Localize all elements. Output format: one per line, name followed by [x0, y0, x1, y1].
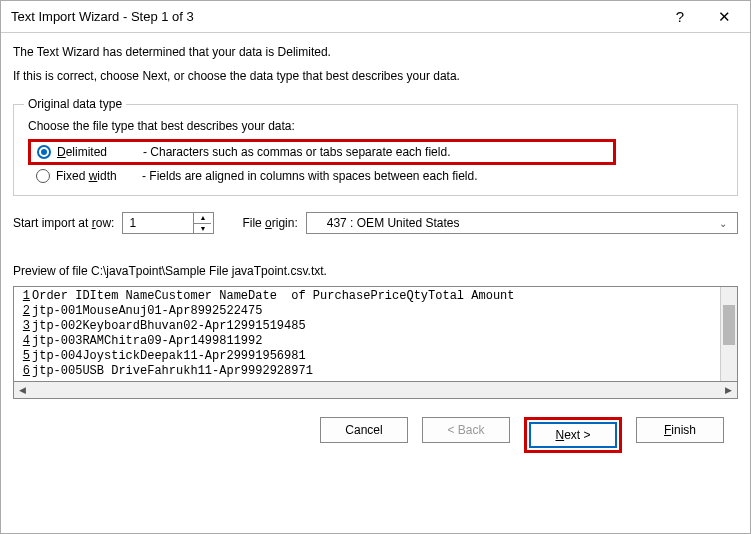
preview-vertical-scrollbar[interactable]	[720, 287, 737, 381]
fixed-width-desc: - Fields are aligned in columns with spa…	[142, 169, 478, 183]
preview-lines: 1Order IDItem NameCustomer NameDate of P…	[14, 287, 514, 381]
spinner-down-icon[interactable]: ▼	[194, 224, 211, 234]
start-row-input[interactable]	[123, 213, 193, 233]
back-button: < Back	[422, 417, 510, 443]
start-row-label: Start import at row:	[13, 216, 114, 230]
radio-delimited[interactable]	[37, 145, 51, 159]
delimited-desc: - Characters such as commas or tabs sepa…	[143, 145, 450, 159]
file-origin-combo[interactable]: 437 : OEM United States ⌄	[306, 212, 738, 234]
delimited-highlight: Delimited - Characters such as commas or…	[28, 139, 616, 165]
preview-label: Preview of file C:\javaTpoint\Sample Fil…	[13, 264, 738, 278]
preview-line: 2jtp-001MouseAnuj01-Apr8992522475	[16, 304, 514, 319]
cancel-button[interactable]: Cancel	[320, 417, 408, 443]
file-origin-label: File origin:	[242, 216, 297, 230]
delimited-label-rest: elimited	[66, 145, 107, 159]
intro-text-1: The Text Wizard has determined that your…	[13, 45, 738, 59]
spinner-up-icon[interactable]: ▲	[194, 213, 211, 224]
preview-box: 1Order IDItem NameCustomer NameDate of P…	[13, 286, 738, 382]
button-row: Cancel < Back Next > Finish	[13, 399, 738, 463]
choose-text: Choose the file type that best describes…	[28, 119, 727, 133]
preview-line: 5jtp-004JoystickDeepak11-Apr29991956981	[16, 349, 514, 364]
titlebar: Text Import Wizard - Step 1 of 3 ? ✕	[1, 1, 750, 33]
scroll-thumb[interactable]	[723, 305, 735, 345]
original-data-type-group: Original data type Choose the file type …	[13, 97, 738, 196]
content: The Text Wizard has determined that your…	[1, 33, 750, 463]
fixed-width-row: Fixed width - Fields are aligned in colu…	[36, 169, 727, 183]
params-row: Start import at row: ▲ ▼ File origin: 43…	[13, 212, 738, 234]
help-button[interactable]: ?	[658, 2, 702, 32]
radio-fixed-width[interactable]	[36, 169, 50, 183]
scroll-right-icon[interactable]: ▶	[720, 382, 737, 398]
chevron-down-icon: ⌄	[713, 218, 733, 229]
radio-fixed-width-label[interactable]: Fixed width	[56, 169, 138, 183]
finish-button[interactable]: Finish	[636, 417, 724, 443]
preview-line: 3jtp-002KeyboardBhuvan02-Apr12991519485	[16, 319, 514, 334]
file-origin-value: 437 : OEM United States	[327, 216, 713, 230]
preview-horizontal-scrollbar[interactable]: ◀ ▶	[13, 382, 738, 399]
spinner-arrows: ▲ ▼	[193, 213, 211, 233]
next-highlight: Next >	[524, 417, 622, 453]
start-row-spinner[interactable]: ▲ ▼	[122, 212, 214, 234]
preview-line: 1Order IDItem NameCustomer NameDate of P…	[16, 289, 514, 304]
intro-text-2: If this is correct, choose Next, or choo…	[13, 69, 738, 83]
preview-line: 6jtp-005USB DriveFahrukh11-Apr9992928971	[16, 364, 514, 379]
radio-delimited-label[interactable]: Delimited	[57, 145, 139, 159]
group-legend: Original data type	[24, 97, 126, 111]
preview-line: 4jtp-003RAMChitra09-Apr1499811992	[16, 334, 514, 349]
window-title: Text Import Wizard - Step 1 of 3	[11, 9, 658, 24]
next-button[interactable]: Next >	[529, 422, 617, 448]
close-button[interactable]: ✕	[702, 2, 746, 32]
scroll-left-icon[interactable]: ◀	[14, 382, 31, 398]
